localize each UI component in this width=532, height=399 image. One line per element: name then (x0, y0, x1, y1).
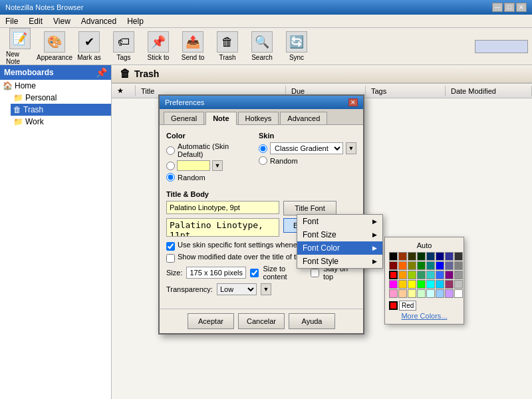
color-dropdown-arrow[interactable]: ▼ (212, 160, 223, 171)
popup-font-style-item[interactable]: Font Style ▶ (297, 255, 382, 268)
minimize-button[interactable]: — (492, 3, 503, 12)
color-swatch[interactable] (177, 160, 210, 171)
toolbar-mark-as[interactable]: ✔ Mark as (73, 29, 105, 63)
tab-general[interactable]: General (164, 112, 204, 124)
palette-color-cell[interactable] (417, 261, 426, 270)
palette-color-cell[interactable] (389, 280, 398, 289)
palette-color-cell[interactable] (417, 289, 426, 298)
palette-color-cell[interactable] (445, 271, 454, 279)
toolbar-new-note[interactable]: 📝 New Note (4, 26, 36, 67)
palette-color-cell[interactable] (454, 271, 463, 279)
tab-advanced[interactable]: Advanced (280, 112, 327, 124)
palette-color-cell[interactable] (454, 289, 463, 298)
palette-color-cell[interactable] (408, 261, 416, 270)
col-date-modified[interactable]: Date Modified (446, 86, 532, 96)
color-auto-option[interactable]: Automatic (Skin Default) (166, 142, 252, 158)
palette-color-cell[interactable] (408, 289, 416, 298)
skin-classic-option[interactable]: Classic Gradient Pure Simple ▼ (259, 142, 356, 154)
toolbar-trash[interactable]: 🗑 Trash (211, 29, 243, 63)
palette-color-cell[interactable] (398, 271, 407, 279)
palette-color-cell[interactable] (389, 252, 398, 261)
palette-color-cell[interactable] (426, 289, 435, 298)
col-tags[interactable]: Tags (366, 86, 446, 96)
tab-note[interactable]: Note (205, 112, 236, 125)
size-input[interactable] (186, 267, 246, 279)
palette-color-cell[interactable] (454, 252, 463, 261)
tab-hotkeys[interactable]: Hotkeys (238, 112, 279, 124)
palette-color-cell[interactable] (398, 289, 407, 298)
popup-font-item[interactable]: Font ▶ (297, 215, 382, 228)
col-star[interactable]: ★ (112, 85, 136, 96)
palette-color-cell[interactable] (426, 252, 435, 261)
toolbar-appearance[interactable]: 🎨 Appearance (39, 29, 70, 63)
ayuda-button[interactable]: Ayuda (289, 313, 335, 329)
palette-color-cell[interactable] (445, 289, 454, 298)
close-button[interactable]: ✕ (516, 3, 527, 12)
palette-color-cell[interactable] (389, 261, 398, 270)
maximize-button[interactable]: □ (504, 3, 515, 12)
palette-color-cell[interactable] (426, 280, 435, 289)
palette-color-cell[interactable] (436, 271, 444, 279)
palette-color-cell[interactable] (426, 261, 435, 270)
size-to-content-checkbox[interactable] (250, 269, 259, 277)
palette-color-cell[interactable] (389, 271, 398, 279)
color-random-radio[interactable] (166, 173, 175, 182)
aceptar-button[interactable]: Aceptar (188, 313, 234, 329)
palette-color-cell[interactable] (408, 280, 416, 289)
menu-file[interactable]: File (3, 17, 21, 26)
title-font-input[interactable] (166, 201, 279, 214)
palette-color-cell[interactable] (417, 280, 426, 289)
menu-edit[interactable]: Edit (26, 17, 45, 26)
palette-color-cell[interactable] (398, 252, 407, 261)
toolbar-send-to[interactable]: 📤 Send to (177, 29, 209, 63)
skin-dropdown-arrow[interactable]: ▼ (346, 142, 356, 154)
cancelar-button[interactable]: Cancelar (238, 313, 285, 329)
skin-fonts-checkbox[interactable] (166, 242, 175, 251)
sidebar-item-personal[interactable]: 📁 Personal (11, 92, 111, 104)
skin-dropdown[interactable]: Classic Gradient Pure Simple (270, 142, 343, 154)
modified-date-checkbox[interactable] (166, 254, 175, 263)
pin-icon[interactable]: 📌 (96, 67, 107, 78)
stay-on-top-checkbox[interactable] (311, 269, 319, 277)
palette-color-cell[interactable] (436, 289, 444, 298)
menu-advanced[interactable]: Advanced (78, 17, 119, 26)
popup-font-size-item[interactable]: Font Size ▶ (297, 228, 382, 241)
palette-color-cell[interactable] (417, 271, 426, 279)
popup-font-color-item[interactable]: Font Color ▶ (297, 241, 382, 255)
palette-color-cell[interactable] (436, 280, 444, 289)
palette-color-cell[interactable] (436, 252, 444, 261)
sidebar-item-home[interactable]: 🏠 Home (0, 80, 111, 92)
menu-view[interactable]: View (51, 17, 73, 26)
dialog-close-button[interactable]: ✕ (348, 98, 358, 106)
color-custom-option[interactable]: ▼ (166, 160, 252, 171)
palette-color-cell[interactable] (417, 252, 426, 261)
palette-color-cell[interactable] (389, 289, 398, 298)
skin-classic-radio[interactable] (259, 144, 267, 153)
sidebar-item-trash[interactable]: 🗑 Trash (11, 104, 111, 116)
skin-random-option[interactable]: Random (259, 156, 356, 165)
menu-help[interactable]: Help (124, 17, 146, 26)
palette-color-cell[interactable] (445, 280, 454, 289)
window-controls[interactable]: — □ ✕ (492, 3, 527, 12)
more-colors-link[interactable]: More Colors... (389, 312, 460, 320)
title-font-button[interactable]: Title Font (283, 201, 336, 215)
palette-color-cell[interactable] (408, 252, 416, 261)
body-font-input[interactable]: Palatino Linotype, 11pt (166, 218, 279, 237)
toolbar-sync[interactable]: 🔄 Sync (281, 29, 313, 63)
color-custom-radio[interactable] (166, 162, 175, 170)
palette-color-cell[interactable] (454, 261, 463, 270)
palette-color-cell[interactable] (436, 261, 444, 270)
skin-random-radio[interactable] (259, 156, 267, 165)
transparency-select[interactable]: None Low Medium High (217, 283, 257, 295)
color-auto-radio[interactable] (166, 146, 175, 155)
selected-color-swatch[interactable] (389, 301, 398, 310)
toolbar-tags[interactable]: 🏷 Tags (108, 29, 140, 63)
toolbar-search[interactable]: 🔍 Search (246, 29, 278, 63)
palette-color-cell[interactable] (408, 271, 416, 279)
search-input[interactable] (475, 40, 528, 53)
palette-color-cell[interactable] (454, 280, 463, 289)
sidebar-item-work[interactable]: 📁 Work (11, 116, 111, 128)
palette-color-cell[interactable] (445, 252, 454, 261)
palette-color-cell[interactable] (398, 280, 407, 289)
color-random-option[interactable]: Random (166, 173, 252, 182)
